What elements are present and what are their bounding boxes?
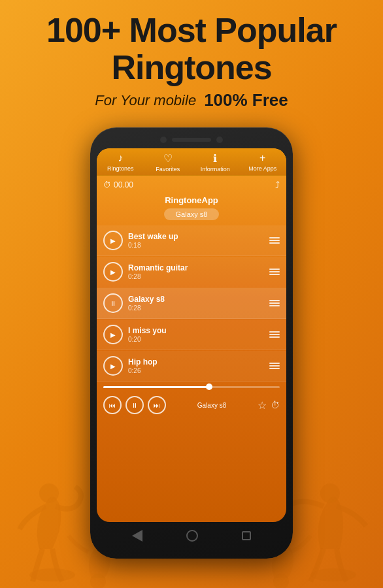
menu-line <box>269 334 280 335</box>
home-button[interactable] <box>186 530 198 542</box>
app-name-label: RingtoneApp <box>103 195 280 205</box>
menu-lines-5[interactable] <box>269 363 280 369</box>
song-item-5: ▶ Hip hop 0:26 <box>97 351 286 382</box>
progress-thumb[interactable] <box>206 384 212 390</box>
progress-bar-track[interactable] <box>103 386 280 388</box>
camera-right <box>216 137 223 143</box>
menu-line <box>269 363 280 364</box>
subtitle-free: 100% Free <box>204 90 288 110</box>
main-title: 100+ Most Popular Ringtones <box>13 12 370 86</box>
app-name-section: RingtoneApp Galaxy s8 <box>97 194 286 225</box>
timer-display: ⏱ 00.00 <box>103 180 133 189</box>
phone-bottom-nav <box>97 525 286 544</box>
svg-point-4 <box>90 574 106 588</box>
info-icon: ℹ <box>213 152 217 165</box>
menu-lines-3[interactable] <box>269 300 280 306</box>
menu-line <box>269 271 280 272</box>
share-icon[interactable]: ⤴ <box>275 180 280 190</box>
title-line2: Ringtones <box>111 48 271 86</box>
phone-frame: ♪ Ringtones ♡ Favorites ℹ Information + … <box>90 127 293 559</box>
song-info-4: I miss you 0:20 <box>123 326 269 343</box>
song-duration-4: 0:20 <box>128 336 264 343</box>
nav-info-label: Information <box>201 166 230 172</box>
menu-lines-1[interactable] <box>269 237 280 244</box>
nav-more-apps[interactable]: + More Apps <box>239 152 287 172</box>
phone-screen: ♪ Ringtones ♡ Favorites ℹ Information + … <box>97 148 286 522</box>
favorites-icon: ♡ <box>163 152 173 165</box>
song-title-1: Best wake up <box>128 232 264 241</box>
song-item-4: ▶ I miss you 0:20 <box>97 319 286 350</box>
nav-favorites[interactable]: ♡ Favorites <box>144 152 192 172</box>
subtitle-row: For Your mobile 100% Free <box>13 90 370 110</box>
song-item-2: ▶ Romantic guitar 0:28 <box>97 257 286 287</box>
sleep-timer-button[interactable]: ⏱ <box>271 400 280 410</box>
play-button-2[interactable]: ▶ <box>103 262 123 282</box>
timer-row: ⏱ 00.00 ⤴ <box>97 176 286 194</box>
favorite-button[interactable]: ☆ <box>258 399 267 412</box>
pause-control-button[interactable]: ⏸ <box>125 396 144 414</box>
play-button-1[interactable]: ▶ <box>103 231 123 250</box>
play-button-5[interactable]: ▶ <box>103 356 123 376</box>
menu-lines-4[interactable] <box>269 331 280 338</box>
svg-point-5 <box>273 574 289 588</box>
nav-information[interactable]: ℹ Information <box>192 152 239 172</box>
svg-point-1 <box>39 483 59 503</box>
menu-lines-2[interactable] <box>269 269 280 275</box>
nav-favorites-label: Favorites <box>156 166 180 172</box>
menu-line <box>269 305 280 306</box>
menu-line <box>269 237 280 238</box>
menu-line <box>269 336 280 338</box>
menu-line <box>269 331 280 333</box>
back-button[interactable] <box>132 530 142 542</box>
menu-line <box>269 269 280 270</box>
menu-line <box>269 302 280 304</box>
menu-line <box>269 274 280 275</box>
recents-button[interactable] <box>242 531 251 540</box>
timer-icon: ⏱ <box>103 180 111 189</box>
ringtones-icon: ♪ <box>118 152 123 164</box>
nav-ringtones-label: Ringtones <box>107 165 134 172</box>
now-playing-label: Galaxy s8 <box>170 402 254 409</box>
camera-left <box>160 137 167 143</box>
menu-line <box>269 368 280 369</box>
app-nav: ♪ Ringtones ♡ Favorites ℹ Information + … <box>97 148 286 176</box>
svg-point-0 <box>29 568 75 581</box>
song-info-2: Romantic guitar 0:28 <box>123 263 269 280</box>
timer-value: 00.00 <box>114 180 133 189</box>
svg-point-2 <box>310 568 356 581</box>
song-title-2: Romantic guitar <box>128 263 264 272</box>
song-duration-1: 0:18 <box>128 242 264 249</box>
song-item-3: ⏸ Galaxy s8 0:28 <box>97 288 286 319</box>
title-line1: 100+ Most Popular <box>46 11 337 49</box>
menu-line <box>269 300 280 301</box>
menu-line <box>269 365 280 367</box>
pause-button-3[interactable]: ⏸ <box>103 293 123 313</box>
song-duration-5: 0:26 <box>128 367 264 374</box>
svg-point-3 <box>320 483 340 503</box>
menu-line <box>269 242 280 244</box>
player-controls: ⏮ ⏸ ⏭ Galaxy s8 ☆ ⏱ <box>97 392 286 418</box>
nav-ringtones[interactable]: ♪ Ringtones <box>97 152 144 172</box>
song-info-5: Hip hop 0:26 <box>123 357 269 374</box>
nav-more-label: More Apps <box>248 165 276 172</box>
rewind-button[interactable]: ⏮ <box>103 396 122 414</box>
song-list: ▶ Best wake up 0:18 ▶ Romantic g <box>97 225 286 382</box>
forward-button[interactable]: ⏭ <box>148 396 166 414</box>
phone-top-bar <box>97 137 286 143</box>
subtitle-mobile: For Your mobile <box>95 92 196 109</box>
song-duration-2: 0:28 <box>128 273 264 280</box>
song-duration-3: 0:28 <box>128 304 264 312</box>
song-info-1: Best wake up 0:18 <box>123 232 269 249</box>
song-item-1: ▶ Best wake up 0:18 <box>97 225 286 256</box>
play-button-4[interactable]: ▶ <box>103 325 123 344</box>
song-title-4: I miss you <box>128 326 264 335</box>
menu-line <box>269 240 280 241</box>
progress-section <box>97 382 286 392</box>
more-icon: + <box>259 152 265 164</box>
phone-device: ♪ Ringtones ♡ Favorites ℹ Information + … <box>90 127 293 559</box>
song-info-3: Galaxy s8 0:28 <box>123 295 269 312</box>
progress-bar-fill <box>103 386 209 388</box>
song-title-5: Hip hop <box>128 357 264 367</box>
song-title-3: Galaxy s8 <box>128 295 264 304</box>
speaker <box>172 138 211 142</box>
